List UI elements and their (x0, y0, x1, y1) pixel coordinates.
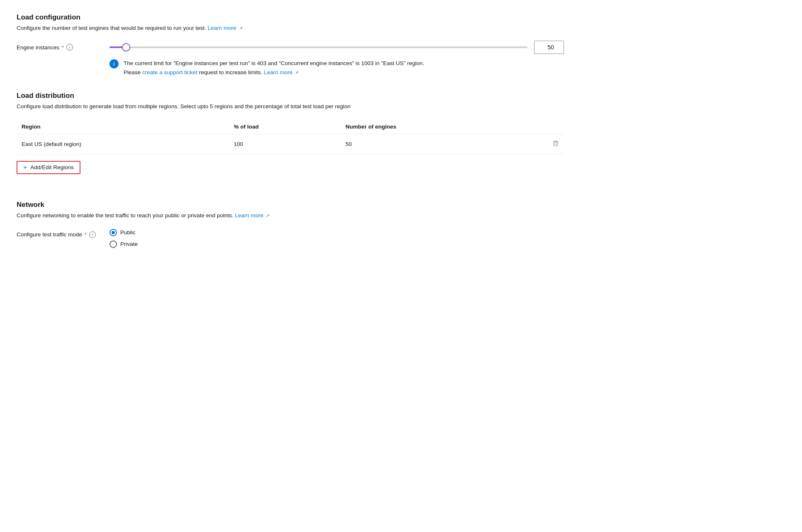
radio-label-public: Public (120, 229, 136, 236)
load-distribution-section: Load distribution Configure load distrib… (17, 92, 564, 185)
radio-option-public[interactable]: Public (109, 229, 138, 236)
add-edit-regions-button[interactable]: + Add/Edit Regions (17, 161, 80, 174)
engine-instances-row: Engine instances * i i The current limit… (17, 41, 564, 77)
required-indicator: * (62, 44, 64, 51)
load-config-desc-text: Configure the number of test engines tha… (17, 25, 206, 31)
engine-instances-info-icon[interactable]: i (66, 44, 73, 51)
col-header-region: Region (17, 119, 229, 134)
col-header-engines: Number of engines (340, 119, 508, 134)
engine-instances-label: Engine instances * i (17, 41, 100, 51)
slider-wrapper (109, 43, 527, 51)
cell-engines: 50 (340, 134, 508, 154)
radio-option-private[interactable]: Private (109, 240, 138, 248)
info-box-text: The current limit for "Engine instances … (124, 59, 441, 77)
cell-region: East US (default region) (17, 134, 229, 154)
network-external-link-icon: ↗ (266, 212, 270, 219)
load-distribution-title: Load distribution (17, 92, 564, 100)
radio-circle-public (109, 229, 117, 236)
create-support-ticket-link[interactable]: create a support ticket (142, 69, 199, 75)
load-distribution-desc: Configure load distribution to generate … (17, 102, 564, 111)
info-learn-more-link[interactable]: Learn more ↗ (264, 69, 299, 75)
info-external-link-icon: ↗ (295, 69, 299, 77)
load-config-desc: Configure the number of test engines tha… (17, 24, 564, 32)
col-header-load: % of load (229, 119, 340, 134)
plus-icon: + (23, 164, 27, 171)
network-learn-more-link[interactable]: Learn more ↗ (235, 212, 270, 219)
delete-row-icon[interactable] (552, 140, 559, 147)
load-config-learn-more-link[interactable]: Learn more ↗ (208, 25, 243, 31)
traffic-mode-row: Configure test traffic mode * i Public P… (17, 228, 564, 248)
network-desc: Configure networking to enable the test … (17, 211, 564, 220)
network-title: Network (17, 201, 564, 209)
cell-delete (508, 134, 564, 154)
slider-track (109, 46, 527, 48)
col-header-action (508, 119, 564, 134)
svg-rect-1 (555, 141, 557, 141)
distribution-table: Region % of load Number of engines East … (17, 119, 564, 154)
radio-circle-private (109, 240, 117, 248)
load-config-title: Load configuration (17, 13, 564, 22)
info-circle-icon: i (109, 59, 119, 68)
table-header-row: Region % of load Number of engines (17, 119, 564, 134)
cell-load: 100 (229, 134, 340, 154)
slider-thumb[interactable] (122, 43, 130, 51)
engine-instances-slider-container: i The current limit for "Engine instance… (109, 41, 564, 77)
traffic-mode-radio-group: Public Private (109, 228, 138, 248)
radio-label-private: Private (120, 241, 138, 247)
external-link-icon: ↗ (239, 25, 243, 32)
add-edit-regions-label: Add/Edit Regions (30, 164, 73, 170)
table-row: East US (default region) 100 50 (17, 134, 564, 154)
load-configuration-section: Load configuration Configure the number … (17, 13, 564, 77)
network-section: Network Configure networking to enable t… (17, 201, 564, 248)
engine-instances-input[interactable] (534, 41, 564, 54)
engine-instances-info-box: i The current limit for "Engine instance… (109, 59, 441, 77)
traffic-mode-label: Configure test traffic mode * i (17, 228, 100, 238)
slider-row (109, 41, 564, 54)
svg-rect-0 (553, 141, 559, 142)
traffic-mode-info-icon[interactable]: i (89, 231, 96, 238)
traffic-mode-required: * (85, 231, 87, 238)
